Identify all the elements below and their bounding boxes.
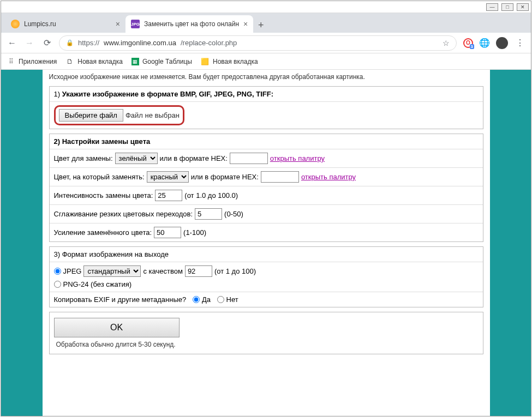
section-color-settings: 2) Настройки замены цвета Цвет для замен…: [49, 134, 483, 242]
maximize-button[interactable]: □: [501, 3, 513, 11]
range-label: (0-50): [224, 210, 243, 218]
hex-to-input[interactable]: [261, 171, 299, 183]
label: Усиление заменённого цвета:: [54, 228, 152, 237]
page-color-icon: 🟨: [201, 57, 210, 66]
range-label: (от 1.0 до 100.0): [184, 191, 238, 200]
forward-button[interactable]: →: [24, 38, 35, 49]
label: Цвет, на который заменять:: [54, 173, 145, 181]
jpeg-label: JPEG: [63, 267, 82, 275]
bookmark-label: Google Таблицы: [142, 58, 192, 65]
tab-title: Lumpics.ru: [24, 20, 56, 28]
profile-avatar[interactable]: [496, 37, 508, 49]
window-titlebar: — □ ✕: [1, 1, 531, 13]
tab-strip: Lumpics.ru × JPG Заменить цвет на фото о…: [1, 13, 531, 33]
url-host: www.imgonline.com.ua: [104, 39, 176, 47]
exif-no-radio[interactable]: [217, 296, 224, 303]
apps-grid-icon: ⠿: [7, 57, 15, 66]
url-scheme: https://: [78, 39, 99, 47]
viewport: Исходное изображение никак не изменяется…: [1, 70, 531, 416]
close-tab-icon[interactable]: ×: [243, 20, 248, 28]
lumpics-favicon-icon: [11, 20, 20, 28]
label: или в формате HEX:: [160, 154, 228, 162]
choose-file-button[interactable]: Выберите файл: [59, 109, 123, 122]
jpeg-mode-select[interactable]: стандартный: [83, 265, 141, 277]
new-tab-button[interactable]: +: [253, 17, 268, 33]
bookmark-label: Новая вкладка: [77, 58, 123, 65]
tab-imgonline[interactable]: JPG Заменить цвет на фото онлайн ×: [125, 15, 253, 33]
minimize-button[interactable]: —: [486, 3, 498, 11]
section1-title: 1) Укажите изображение в формате BMP, GI…: [50, 87, 483, 102]
section-upload: 1) Укажите изображение в формате BMP, GI…: [49, 86, 483, 129]
section-submit: OK Обработка обычно длится 5-30 секунд.: [49, 312, 483, 354]
label: Цвет для замены:: [54, 154, 113, 162]
range-label: (от 1 до 100): [214, 267, 256, 275]
color-to-select[interactable]: красный: [147, 171, 189, 183]
section-output-format: 3) Формат изображения на выходе JPEG ста…: [49, 246, 483, 307]
label: с качеством: [143, 267, 182, 275]
back-button[interactable]: ←: [7, 38, 17, 49]
bookmarks-bar: ⠿ Приложения 🗋 Новая вкладка ▦ Google Та…: [1, 53, 531, 70]
reload-button[interactable]: ⟳: [41, 38, 52, 49]
boost-input[interactable]: [154, 227, 181, 238]
label: Интенсивность замены цвета:: [54, 191, 153, 200]
palette-link[interactable]: открыть палитру: [301, 173, 356, 181]
yes-label: Да: [202, 295, 211, 304]
url-input[interactable]: 🔒 https://www.imgonline.com.ua/replace-c…: [59, 35, 457, 51]
exif-yes-radio[interactable]: [193, 296, 200, 303]
section2-title: 2) Настройки замены цвета: [50, 134, 483, 149]
cutoff-text: Исходное изображение никак не изменяется…: [49, 70, 483, 82]
color-from-select[interactable]: зелёный: [115, 153, 158, 164]
page-content: Исходное изображение никак не изменяется…: [43, 70, 490, 416]
processing-note: Обработка обычно длится 5-30 секунд.: [54, 341, 479, 348]
bookmark-item[interactable]: 🟨 Новая вкладка: [201, 57, 258, 66]
exif-label: Копировать EXIF и другие метаданные?: [54, 295, 187, 304]
jpeg-radio[interactable]: [54, 268, 61, 275]
tab-lumpics[interactable]: Lumpics.ru ×: [5, 15, 125, 33]
jpg-favicon-icon: JPG: [131, 20, 140, 28]
palette-link[interactable]: открыть палитру: [270, 154, 325, 162]
intensity-input[interactable]: [155, 190, 182, 201]
section3-title: 3) Формат изображения на выходе: [50, 247, 483, 262]
bookmark-item[interactable]: 🗋 Новая вкладка: [65, 57, 123, 66]
bookmark-label: Новая вкладка: [213, 58, 258, 65]
ok-button[interactable]: OK: [54, 318, 180, 337]
address-bar: ← → ⟳ 🔒 https://www.imgonline.com.ua/rep…: [1, 33, 531, 53]
close-window-button[interactable]: ✕: [517, 3, 529, 11]
no-file-label: Файл не выбран: [125, 111, 180, 119]
png-radio[interactable]: [54, 281, 61, 288]
tab-title: Заменить цвет на фото онлайн: [144, 20, 239, 28]
hex-from-input[interactable]: [230, 153, 268, 164]
menu-button[interactable]: ⋮: [515, 38, 525, 49]
range-label: (1-100): [183, 228, 206, 237]
label: Сглаживание резких цветовых переходов:: [54, 210, 193, 218]
smoothing-input[interactable]: [195, 208, 222, 220]
extension-globe-icon[interactable]: 🌐: [480, 38, 489, 48]
apps-label: Приложения: [19, 58, 57, 65]
url-path: /replace-color.php: [181, 39, 237, 47]
lock-icon: 🔒: [66, 39, 74, 46]
no-label: Нет: [226, 295, 238, 304]
bookmark-star-icon[interactable]: ☆: [443, 39, 450, 47]
sheets-icon: ▦: [131, 58, 139, 65]
close-tab-icon[interactable]: ×: [116, 20, 120, 28]
png-label: PNG-24 (без сжатия): [63, 280, 132, 288]
page-icon: 🗋: [65, 57, 74, 66]
bookmark-item[interactable]: ▦ Google Таблицы: [131, 58, 192, 65]
apps-button[interactable]: ⠿ Приложения: [7, 57, 57, 66]
label: или в формате HEX:: [191, 173, 259, 181]
file-upload-highlight: Выберите файл Файл не выбран: [54, 105, 184, 125]
extension-opera-icon[interactable]: O3: [463, 38, 473, 48]
quality-input[interactable]: [185, 265, 212, 277]
